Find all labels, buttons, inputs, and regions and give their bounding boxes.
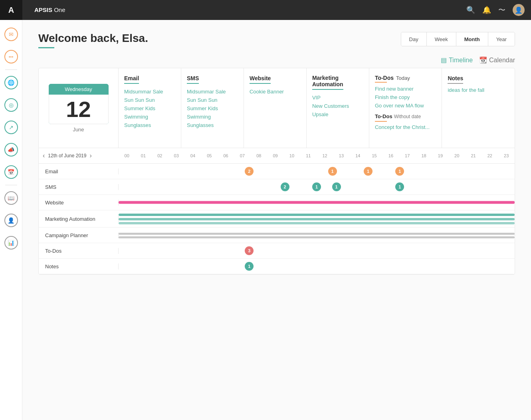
hour-05: 05: [201, 153, 218, 158]
timeline-campaign-row: Campaign Planner: [39, 228, 515, 243]
marketing-bar-2[interactable]: [119, 218, 515, 220]
sidebar-item-target[interactable]: ◎: [0, 94, 22, 116]
todo-nodate-item-1[interactable]: Concept for the Christ...: [375, 124, 436, 130]
email-badge-2[interactable]: 1: [328, 167, 337, 176]
website-item-1[interactable]: Cookie Banner: [250, 89, 301, 95]
logo-letter: A: [8, 6, 14, 15]
marketing-item-2[interactable]: New Customers: [312, 103, 363, 109]
website-bar[interactable]: [119, 201, 515, 204]
topbar-icons: 🔍 🔔 〜 👤: [466, 4, 525, 16]
hour-10: 10: [283, 153, 300, 158]
share-icon: ↗: [4, 121, 18, 134]
email-item-4[interactable]: Swimming: [124, 114, 175, 120]
marketing-bar-3[interactable]: [119, 222, 515, 224]
sidebar-item-person[interactable]: 👤: [0, 209, 22, 232]
email-item-1[interactable]: Midsummar Sale: [124, 89, 175, 95]
sms-badge-4[interactable]: 1: [395, 182, 404, 191]
avatar[interactable]: 👤: [513, 4, 525, 16]
activity-icon[interactable]: 〜: [498, 5, 505, 15]
sidebar-item-globe[interactable]: 🌐: [0, 71, 22, 94]
hour-22: 22: [481, 153, 498, 158]
sidebar-item-book[interactable]: 📖: [0, 187, 22, 209]
hour-12: 12: [317, 153, 333, 158]
megaphone-icon: 📣: [4, 143, 18, 157]
sms-item-3[interactable]: Summer Kids: [187, 105, 238, 111]
email-badge-3[interactable]: 1: [364, 167, 372, 176]
sms-summary-col: SMS Midsummar Sale Sun Sun Sun Summer Ki…: [181, 68, 244, 148]
email-badge-1[interactable]: 2: [245, 167, 254, 176]
next-arrow[interactable]: ›: [89, 152, 91, 159]
tab-year[interactable]: Year: [488, 32, 515, 46]
date-badge: Wednesday 12: [49, 84, 109, 124]
tab-day[interactable]: Day: [401, 32, 427, 46]
sms-badge-1[interactable]: 2: [281, 182, 289, 191]
sms-item-1[interactable]: Midsummar Sale: [187, 89, 238, 95]
website-timeline-cells: [119, 195, 515, 210]
more-icon: •••: [4, 50, 18, 63]
marketing-item-1[interactable]: VIP: [312, 95, 363, 101]
date-panel: Wednesday 12 June: [39, 68, 119, 148]
todo-item-3[interactable]: Go over new MA flow: [375, 103, 436, 109]
sidebar-item-share[interactable]: ↗: [0, 116, 22, 139]
timeline-notes-row: Notes 1: [39, 259, 515, 274]
notes-item-1[interactable]: ideas for the fall: [448, 87, 509, 93]
email-item-2[interactable]: Sun Sun Sun: [124, 97, 175, 103]
marketing-row-label: Marketing Automation: [39, 216, 119, 222]
marketing-bar-1[interactable]: [119, 214, 515, 216]
sidebar-item-more[interactable]: •••: [0, 46, 22, 68]
target-icon: ◎: [4, 98, 18, 112]
email-badge-4[interactable]: 1: [395, 167, 404, 176]
notes-badge-1[interactable]: 1: [245, 262, 254, 271]
hour-07: 07: [234, 153, 250, 158]
tab-week[interactable]: Week: [427, 32, 456, 46]
calendar-icon: 📅: [4, 165, 18, 179]
calendar-icon-toggle: 📆: [479, 56, 487, 64]
email-summary-col: Email Midsummar Sale Sun Sun Sun Summer …: [119, 68, 181, 148]
hour-11: 11: [300, 153, 317, 158]
marketing-timeline-cells: [119, 210, 515, 227]
sidebar-item-megaphone[interactable]: 📣: [0, 139, 22, 161]
timeline-sms-row: SMS 2 1 1 1: [39, 179, 515, 195]
campaign-bar-1[interactable]: [119, 233, 515, 235]
prev-arrow[interactable]: ‹: [43, 152, 45, 159]
sidebar-item-barchart[interactable]: 📊: [0, 232, 22, 254]
sidebar-divider-2: [5, 185, 17, 185]
email-item-3[interactable]: Summer Kids: [124, 105, 175, 111]
sms-item-2[interactable]: Sun Sun Sun: [187, 97, 238, 103]
email-col-header: Email: [124, 75, 139, 84]
notes-col-header: Notes: [448, 75, 463, 84]
sidebar-divider-1: [5, 69, 17, 70]
hour-03: 03: [168, 153, 184, 158]
timeline-date-label: 12th of June 2019: [48, 153, 86, 158]
email-item-5[interactable]: Sunglasses: [124, 122, 175, 128]
hour-16: 16: [382, 153, 399, 158]
sms-item-4[interactable]: Swimming: [187, 114, 238, 120]
brand-name: APSIS One: [34, 6, 65, 14]
calendar-toggle[interactable]: 📆 Calendar: [479, 56, 515, 64]
todos-badge-1[interactable]: 3: [245, 246, 254, 255]
website-col-header: Website: [250, 75, 271, 84]
sms-badge-2[interactable]: 1: [312, 182, 321, 191]
sms-item-5[interactable]: Sunglasses: [187, 122, 238, 128]
barchart-icon: 📊: [4, 236, 18, 250]
todo-item-2[interactable]: Finish the copy: [375, 94, 436, 100]
todos-nodate-row: To-Dos Without date: [375, 113, 436, 119]
todo-item-1[interactable]: Find new banner: [375, 86, 436, 92]
hour-01: 01: [135, 153, 151, 158]
marketing-item-3[interactable]: Upsale: [312, 111, 363, 117]
tab-month[interactable]: Month: [456, 32, 488, 46]
todos-header: To-Dos: [375, 75, 394, 81]
sms-badge-3[interactable]: 1: [332, 182, 341, 191]
hour-02: 02: [152, 153, 168, 158]
notification-icon[interactable]: 🔔: [482, 6, 491, 14]
timeline-todos-row: To-Dos 3: [39, 243, 515, 259]
sidebar-item-email[interactable]: ✉: [0, 23, 22, 46]
timeline-marketing-row: Marketing Automation: [39, 210, 515, 228]
sidebar-item-calendar[interactable]: 📅: [0, 161, 22, 183]
hour-20: 20: [449, 153, 465, 158]
campaign-bar-2[interactable]: [119, 236, 515, 238]
search-icon[interactable]: 🔍: [466, 6, 475, 14]
timeline-toggle[interactable]: ▤ Timeline: [441, 56, 473, 64]
main-content: Welcome back, Elsa. Day Week Month Year …: [22, 20, 531, 420]
sms-timeline-cells: 2 1 1 1: [119, 179, 515, 194]
